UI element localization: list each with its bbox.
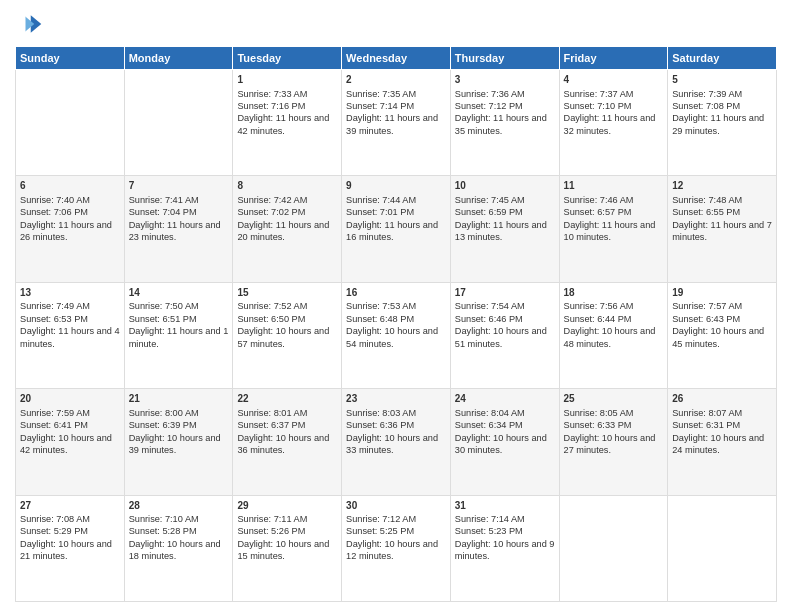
daylight-text: Daylight: 11 hours and 32 minutes.: [564, 113, 656, 135]
sunset-text: Sunset: 7:16 PM: [237, 101, 305, 111]
sunrise-text: Sunrise: 7:40 AM: [20, 195, 90, 205]
calendar-cell: 22Sunrise: 8:01 AMSunset: 6:37 PMDayligh…: [233, 389, 342, 495]
daylight-text: Daylight: 11 hours and 35 minutes.: [455, 113, 547, 135]
daylight-text: Daylight: 10 hours and 12 minutes.: [346, 539, 438, 561]
sunset-text: Sunset: 7:08 PM: [672, 101, 740, 111]
day-number: 7: [129, 179, 229, 193]
calendar-cell: 29Sunrise: 7:11 AMSunset: 5:26 PMDayligh…: [233, 495, 342, 601]
col-header-sunday: Sunday: [16, 47, 125, 70]
sunrise-text: Sunrise: 8:05 AM: [564, 408, 634, 418]
calendar-cell: 23Sunrise: 8:03 AMSunset: 6:36 PMDayligh…: [342, 389, 451, 495]
sunset-text: Sunset: 6:31 PM: [672, 420, 740, 430]
sunrise-text: Sunrise: 7:45 AM: [455, 195, 525, 205]
day-number: 4: [564, 73, 664, 87]
calendar-cell: 19Sunrise: 7:57 AMSunset: 6:43 PMDayligh…: [668, 282, 777, 388]
col-header-thursday: Thursday: [450, 47, 559, 70]
daylight-text: Daylight: 10 hours and 51 minutes.: [455, 326, 547, 348]
header: [15, 10, 777, 38]
daylight-text: Daylight: 11 hours and 4 minutes.: [20, 326, 120, 348]
sunset-text: Sunset: 7:14 PM: [346, 101, 414, 111]
calendar-cell: 1Sunrise: 7:33 AMSunset: 7:16 PMDaylight…: [233, 70, 342, 176]
sunrise-text: Sunrise: 7:44 AM: [346, 195, 416, 205]
daylight-text: Daylight: 10 hours and 21 minutes.: [20, 539, 112, 561]
col-header-tuesday: Tuesday: [233, 47, 342, 70]
daylight-text: Daylight: 11 hours and 29 minutes.: [672, 113, 764, 135]
day-number: 14: [129, 286, 229, 300]
day-number: 28: [129, 499, 229, 513]
sunrise-text: Sunrise: 7:46 AM: [564, 195, 634, 205]
sunrise-text: Sunrise: 7:33 AM: [237, 89, 307, 99]
day-number: 21: [129, 392, 229, 406]
daylight-text: Daylight: 11 hours and 13 minutes.: [455, 220, 547, 242]
sunrise-text: Sunrise: 7:12 AM: [346, 514, 416, 524]
daylight-text: Daylight: 10 hours and 54 minutes.: [346, 326, 438, 348]
calendar-cell: 24Sunrise: 8:04 AMSunset: 6:34 PMDayligh…: [450, 389, 559, 495]
sunrise-text: Sunrise: 8:00 AM: [129, 408, 199, 418]
day-number: 10: [455, 179, 555, 193]
sunset-text: Sunset: 6:37 PM: [237, 420, 305, 430]
sunset-text: Sunset: 6:57 PM: [564, 207, 632, 217]
sunrise-text: Sunrise: 7:57 AM: [672, 301, 742, 311]
calendar-body: 1Sunrise: 7:33 AMSunset: 7:16 PMDaylight…: [16, 70, 777, 602]
sunset-text: Sunset: 6:59 PM: [455, 207, 523, 217]
day-number: 2: [346, 73, 446, 87]
calendar-cell: 26Sunrise: 8:07 AMSunset: 6:31 PMDayligh…: [668, 389, 777, 495]
calendar-row-2: 13Sunrise: 7:49 AMSunset: 6:53 PMDayligh…: [16, 282, 777, 388]
sunrise-text: Sunrise: 7:08 AM: [20, 514, 90, 524]
daylight-text: Daylight: 10 hours and 18 minutes.: [129, 539, 221, 561]
daylight-text: Daylight: 11 hours and 16 minutes.: [346, 220, 438, 242]
calendar-cell: 20Sunrise: 7:59 AMSunset: 6:41 PMDayligh…: [16, 389, 125, 495]
day-number: 6: [20, 179, 120, 193]
sunset-text: Sunset: 7:02 PM: [237, 207, 305, 217]
daylight-text: Daylight: 10 hours and 9 minutes.: [455, 539, 555, 561]
sunset-text: Sunset: 6:33 PM: [564, 420, 632, 430]
sunrise-text: Sunrise: 7:35 AM: [346, 89, 416, 99]
day-number: 5: [672, 73, 772, 87]
day-number: 12: [672, 179, 772, 193]
calendar-cell: 28Sunrise: 7:10 AMSunset: 5:28 PMDayligh…: [124, 495, 233, 601]
day-number: 22: [237, 392, 337, 406]
day-number: 30: [346, 499, 446, 513]
day-number: 9: [346, 179, 446, 193]
sunrise-text: Sunrise: 7:39 AM: [672, 89, 742, 99]
sunset-text: Sunset: 6:48 PM: [346, 314, 414, 324]
sunrise-text: Sunrise: 8:04 AM: [455, 408, 525, 418]
sunset-text: Sunset: 6:51 PM: [129, 314, 197, 324]
calendar-cell: 3Sunrise: 7:36 AMSunset: 7:12 PMDaylight…: [450, 70, 559, 176]
sunset-text: Sunset: 6:43 PM: [672, 314, 740, 324]
day-number: 3: [455, 73, 555, 87]
calendar-cell: 21Sunrise: 8:00 AMSunset: 6:39 PMDayligh…: [124, 389, 233, 495]
svg-rect-3: [15, 10, 26, 38]
day-number: 15: [237, 286, 337, 300]
sunrise-text: Sunrise: 7:54 AM: [455, 301, 525, 311]
sunrise-text: Sunrise: 7:59 AM: [20, 408, 90, 418]
daylight-text: Daylight: 11 hours and 42 minutes.: [237, 113, 329, 135]
calendar-cell: 11Sunrise: 7:46 AMSunset: 6:57 PMDayligh…: [559, 176, 668, 282]
sunrise-text: Sunrise: 7:42 AM: [237, 195, 307, 205]
sunrise-text: Sunrise: 7:50 AM: [129, 301, 199, 311]
calendar-cell: 12Sunrise: 7:48 AMSunset: 6:55 PMDayligh…: [668, 176, 777, 282]
calendar-cell: 7Sunrise: 7:41 AMSunset: 7:04 PMDaylight…: [124, 176, 233, 282]
calendar-cell: 5Sunrise: 7:39 AMSunset: 7:08 PMDaylight…: [668, 70, 777, 176]
sunset-text: Sunset: 6:36 PM: [346, 420, 414, 430]
calendar-cell: 8Sunrise: 7:42 AMSunset: 7:02 PMDaylight…: [233, 176, 342, 282]
day-number: 13: [20, 286, 120, 300]
sunrise-text: Sunrise: 7:37 AM: [564, 89, 634, 99]
calendar-cell: 25Sunrise: 8:05 AMSunset: 6:33 PMDayligh…: [559, 389, 668, 495]
sunset-text: Sunset: 5:29 PM: [20, 526, 88, 536]
daylight-text: Daylight: 11 hours and 10 minutes.: [564, 220, 656, 242]
calendar-cell: 30Sunrise: 7:12 AMSunset: 5:25 PMDayligh…: [342, 495, 451, 601]
daylight-text: Daylight: 10 hours and 36 minutes.: [237, 433, 329, 455]
sunrise-text: Sunrise: 7:53 AM: [346, 301, 416, 311]
calendar-cell: 9Sunrise: 7:44 AMSunset: 7:01 PMDaylight…: [342, 176, 451, 282]
calendar-header: SundayMondayTuesdayWednesdayThursdayFrid…: [16, 47, 777, 70]
sunset-text: Sunset: 6:46 PM: [455, 314, 523, 324]
calendar-cell: 2Sunrise: 7:35 AMSunset: 7:14 PMDaylight…: [342, 70, 451, 176]
daylight-text: Daylight: 11 hours and 20 minutes.: [237, 220, 329, 242]
day-number: 31: [455, 499, 555, 513]
sunrise-text: Sunrise: 7:56 AM: [564, 301, 634, 311]
day-number: 16: [346, 286, 446, 300]
sunset-text: Sunset: 5:25 PM: [346, 526, 414, 536]
day-number: 27: [20, 499, 120, 513]
sunset-text: Sunset: 5:23 PM: [455, 526, 523, 536]
